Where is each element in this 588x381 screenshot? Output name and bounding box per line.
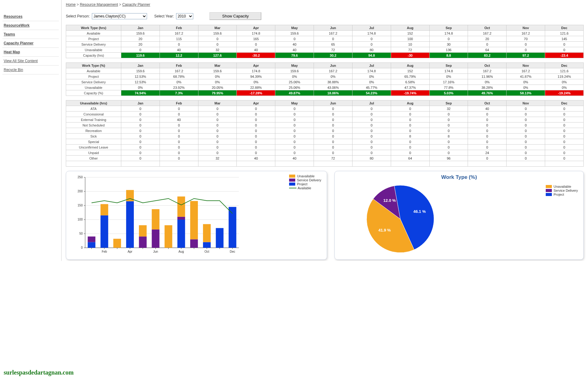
cell: 65.79% <box>391 74 429 79</box>
cell: 0 <box>545 156 584 161</box>
sidebar-item-recycle-bin[interactable]: Recycle Bin <box>2 66 59 74</box>
cell: 0 <box>160 42 198 47</box>
cell: 0 <box>468 42 507 47</box>
cell: 159.6 <box>121 68 160 74</box>
cell: 0% <box>198 74 237 79</box>
sidebar-item-heat-map[interactable]: Heat Map <box>2 48 59 57</box>
cell: 0 <box>237 150 275 156</box>
cell: 58.13% <box>507 90 545 96</box>
bar-chart-card: UnavailableService DeliveryProjectAvaila… <box>66 171 327 260</box>
bar-segment <box>152 229 160 248</box>
cell: 0 <box>507 111 545 117</box>
cell: 0 <box>468 128 507 134</box>
table-header: Work Type (hrs) <box>66 25 121 31</box>
breadcrumb-home[interactable]: Home <box>66 2 76 7</box>
select-person-dropdown[interactable]: James.Clayton(CC) <box>92 13 147 19</box>
cell: 40 <box>237 156 275 161</box>
cell: 0 <box>507 150 545 156</box>
row-label: Not Scheduled <box>66 123 121 128</box>
show-capacity-button[interactable]: Show Capacity <box>209 12 261 20</box>
cell: 45.77% <box>352 85 391 90</box>
svg-text:50: 50 <box>79 232 83 235</box>
data-table: Unavailable (hrs)JanFebMarAprMayJunJulAu… <box>66 100 584 167</box>
cell: 0 <box>507 139 545 145</box>
cell: 23.92% <box>160 85 198 90</box>
cell: 0 <box>275 106 314 111</box>
cell: 174.8 <box>237 31 275 36</box>
row-label: Project <box>66 74 121 79</box>
cell: 0 <box>237 106 275 111</box>
bar-segment <box>190 201 198 239</box>
row-label: Service Delivery <box>66 79 121 85</box>
cell: 0 <box>545 42 584 47</box>
table-row: Unpaid0000000002400 <box>66 150 584 156</box>
cell: 20 <box>468 36 507 42</box>
sidebar-item-resourcework[interactable]: ResourceWork <box>2 21 59 30</box>
cell: 0 <box>198 134 237 139</box>
cell: 0 <box>121 47 160 53</box>
table-row: Unavailable0%23.92%20.05%22.88%25.06%43.… <box>66 85 584 90</box>
cell: 0 <box>121 123 160 128</box>
row-label: Unavailable <box>66 85 121 90</box>
month-header: Jul <box>352 25 391 31</box>
cell: 0 <box>160 128 198 134</box>
breadcrumb-resource-management[interactable]: Resource Management <box>80 2 118 7</box>
cell: 0 <box>507 128 545 134</box>
breadcrumb-capacity-planner[interactable]: Capacity Planner <box>122 2 150 7</box>
cell: 0 <box>352 128 391 134</box>
sidebar-item-capacity-planner[interactable]: Capacity Planner <box>2 39 59 48</box>
cell: 0% <box>545 79 584 85</box>
cell: 0 <box>198 145 237 150</box>
cell: 0 <box>545 145 584 150</box>
row-label: Concessional <box>66 111 121 117</box>
cell: -30 <box>391 53 429 58</box>
month-header: Dec <box>545 25 584 31</box>
month-header: Dec <box>545 100 584 106</box>
table-header: Work Type (%) <box>66 63 121 68</box>
sidebar-item-resources[interactable]: Resources <box>2 12 59 21</box>
sidebar-item-view-all-site-content[interactable]: View All Site Content <box>2 57 59 66</box>
month-header: Jun <box>314 63 352 68</box>
cell: 0 <box>545 150 584 156</box>
svg-text:Apr: Apr <box>128 250 133 253</box>
cell: 0 <box>352 117 391 123</box>
table-row: ATA00000000324000 <box>66 106 584 111</box>
main-content: Home > Resource Management > Capacity Pl… <box>61 0 588 261</box>
table-row: Project20115016500010002070145 <box>66 36 584 42</box>
table-row: Other0032404072806496000 <box>66 156 584 161</box>
cell: 40 <box>160 47 198 53</box>
cell: 79.6 <box>275 53 314 58</box>
legend-label: Service Delivery <box>297 178 321 182</box>
sidebar: ResourcesResourceWorkTeamsCapacity Plann… <box>0 0 61 261</box>
cell: 0 <box>160 134 198 139</box>
bar-segment <box>139 225 147 236</box>
cell: 0% <box>237 79 275 85</box>
cell: 40 <box>275 156 314 161</box>
cell: 0% <box>314 74 352 79</box>
cell: 41.87% <box>507 74 545 79</box>
sidebar-item-teams[interactable]: Teams <box>2 30 59 39</box>
table-header: Unavailable (hrs) <box>66 100 121 106</box>
svg-text:0: 0 <box>81 246 83 249</box>
cell: 121.6 <box>545 68 584 74</box>
month-header: Mar <box>198 63 237 68</box>
cell: 0 <box>352 134 391 139</box>
data-table: Work Type (%)JanFebMarAprMayJunJulAugSep… <box>66 62 584 96</box>
cell: 22.88% <box>237 85 275 90</box>
cell: 64 <box>468 47 507 53</box>
bar-segment <box>113 239 121 248</box>
cell: 174.8 <box>352 68 391 74</box>
cell: 0 <box>352 36 391 42</box>
svg-text:Jun: Jun <box>153 250 158 253</box>
cell: 0 <box>160 139 198 145</box>
cell: 38.88% <box>314 79 352 85</box>
select-year-dropdown[interactable]: 2010 <box>176 13 193 19</box>
data-table: Work Type (hrs)JanFebMarAprMayJunJulAugS… <box>66 25 584 58</box>
month-header: Jan <box>121 25 160 31</box>
month-header: May <box>275 63 314 68</box>
month-header: Aug <box>391 100 429 106</box>
cell: 119.6 <box>121 53 160 58</box>
cell: 0 <box>352 150 391 156</box>
cell: 12.53% <box>121 74 160 79</box>
bar-segment <box>139 236 147 248</box>
